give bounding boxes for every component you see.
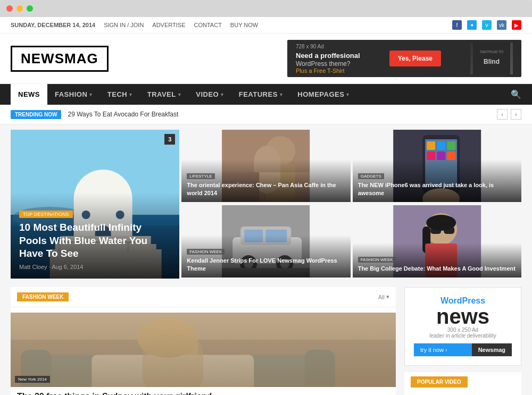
vimeo-icon[interactable]: v <box>482 20 492 30</box>
sidebar-ad: WordPress news 300 x 250 Ad leader in ar… <box>404 287 521 366</box>
browser-chrome <box>0 0 532 17</box>
svg-text:Blind: Blind <box>484 58 500 65</box>
small-overlay-2: Gadgets The NEW iPhone6 was arrived just… <box>353 159 521 202</box>
trending-bar: TRENDING NOW 29 Ways To Eat Avocado For … <box>0 105 532 124</box>
section-all-link[interactable]: All ▾ <box>378 293 389 300</box>
trending-badge: TRENDING NOW <box>11 110 61 119</box>
chevron-down-icon: ▾ <box>346 92 350 97</box>
svg-rect-49 <box>426 215 456 231</box>
small-overlay-4: Fashion week The Big College Debate: Wha… <box>353 243 521 278</box>
sidebar-ad-news: news <box>413 306 512 327</box>
youtube-icon[interactable]: ▶ <box>512 20 521 30</box>
nav-item-tech[interactable]: TECH ▾ <box>100 84 140 105</box>
small-title-2: The NEW iPhone6 was arrived just take a … <box>358 181 516 197</box>
header: NEWSMAG 728 x 90 Ad Need a proffesional … <box>0 33 532 84</box>
signin-link[interactable]: SIGN IN / JOIN <box>104 22 144 28</box>
minimize-dot[interactable] <box>16 5 23 12</box>
maximize-dot[interactable] <box>27 5 33 12</box>
nav-item-homepages[interactable]: HOMEPAGES ▾ <box>290 84 357 105</box>
ad-size: 728 x 90 Ad <box>296 44 360 49</box>
nav-item-news[interactable]: NEWS <box>11 84 47 105</box>
nav-item-video[interactable]: VIDEO ▾ <box>188 84 231 105</box>
svg-rect-56 <box>305 350 335 387</box>
close-dot[interactable] <box>6 5 13 12</box>
featured-meta: Matt Cloey · Aug 6, 2014 <box>19 264 171 270</box>
search-icon[interactable]: 🔍 <box>511 89 521 99</box>
section-row: FASHION WEEK All ▾ <box>11 287 521 395</box>
contact-link[interactable]: CONTACT <box>194 22 222 28</box>
twitter-icon[interactable]: ✦ <box>467 20 477 30</box>
svg-rect-58 <box>92 355 254 387</box>
fashion-section: FASHION WEEK All ▾ <box>11 287 396 395</box>
svg-point-59 <box>137 317 198 358</box>
nav-item-travel[interactable]: TRAVEL ▾ <box>140 84 189 105</box>
social-links: f ✦ v vk ▶ <box>452 20 521 30</box>
small-overlay-1: Lifestyle The oriental experience: Chew … <box>181 159 350 202</box>
sidebar-ad-btn: try it now › Newsmag <box>413 343 512 357</box>
featured-tag: Top destinations <box>19 211 73 218</box>
ad-cta-button[interactable]: Yes, Please <box>389 51 441 66</box>
featured-title: 10 Most Beautifull Infinity Pools With B… <box>19 221 171 260</box>
popular-video-title[interactable]: How to Make Perfect Caffe Macchiato (vid… <box>404 390 521 395</box>
chevron-down-icon: ▾ <box>89 92 93 97</box>
logo[interactable]: NEWSMAG <box>11 46 109 72</box>
facebook-icon[interactable]: f <box>452 20 462 30</box>
small-title-1: The oriental experience: Chew – Pan Asia… <box>187 181 345 197</box>
section-header: FASHION WEEK All ▾ <box>11 287 396 307</box>
ad-text: 728 x 90 Ad Need a proffesional WordPres… <box>296 44 360 74</box>
nav-items: NEWS FASHION ▾ TECH ▾ TRAVEL ▾ VIDEO ▾ <box>11 84 357 105</box>
svg-rect-31 <box>437 152 445 160</box>
chevron-down-icon: ▾ <box>280 92 283 97</box>
featured-small-4[interactable]: Fashion week The Big College Debate: Wha… <box>353 205 521 278</box>
try-it-now-button[interactable]: try it now › <box>414 343 472 356</box>
navigation: NEWS FASHION ▾ TECH ▾ TRAVEL ▾ VIDEO ▾ <box>0 84 532 105</box>
fashion-main-body: The 20 free things in Sydney with your g… <box>11 387 396 395</box>
svg-rect-52 <box>11 313 396 387</box>
small-tag-1: Lifestyle <box>187 173 214 179</box>
featured-small-3[interactable]: Fashion week Kendall Jenner Strips For L… <box>181 205 350 278</box>
featured-small-2[interactable]: Gadgets The NEW iPhone6 was arrived just… <box>353 130 521 202</box>
svg-rect-32 <box>447 152 455 160</box>
trending-prev-button[interactable]: ‹ <box>497 109 508 120</box>
fashion-main-article[interactable]: New York 2014 The 20 free things in Sydn… <box>11 313 396 395</box>
sidebar: WordPress news 300 x 250 Ad leader in ar… <box>404 287 521 395</box>
chevron-down-icon: ▾ <box>129 92 132 97</box>
browser-window: SUNDAY, DECEMBER 14, 2014 SIGN IN / JOIN… <box>0 0 532 395</box>
buynow-link[interactable]: BUY NOW <box>230 22 258 28</box>
website: SUNDAY, DECEMBER 14, 2014 SIGN IN / JOIN… <box>0 17 532 395</box>
trending-text: 29 Ways To Eat Avocado For Breakfast <box>68 111 491 118</box>
chevron-down-icon: ▾ <box>178 92 181 97</box>
featured-main-article[interactable]: Top destinations 10 Most Beautifull Infi… <box>11 130 179 279</box>
fashion-week-badge: FASHION WEEK <box>17 292 69 301</box>
fashion-main-title: The 20 free things in Sydney with your g… <box>17 391 389 395</box>
trending-nav: ‹ › <box>497 109 521 120</box>
ad-line2: WordPress theme? <box>296 60 360 68</box>
trending-next-button[interactable]: › <box>511 109 521 120</box>
featured-grid: Top destinations 10 Most Beautifull Infi… <box>11 130 521 279</box>
slide-number-badge: 3 <box>164 134 175 145</box>
date-label: SUNDAY, DECEMBER 14, 2014 <box>11 22 95 28</box>
svg-rect-60 <box>143 334 203 387</box>
svg-rect-27 <box>427 141 435 150</box>
vk-icon[interactable]: vk <box>497 20 506 30</box>
small-tag-2: Gadgets <box>358 173 384 179</box>
svg-rect-53 <box>11 340 396 387</box>
nav-item-features[interactable]: FEATURES ▾ <box>231 84 290 105</box>
small-overlay-3: Fashion week Kendall Jenner Strips For L… <box>181 235 350 278</box>
small-title-3: Kendall Jenner Strips For LOVE Newsmag W… <box>187 257 345 272</box>
popular-video-badge: POPULAR VIDEO <box>411 376 468 388</box>
small-title-4: The Big College Debate: What Makes A Goo… <box>358 265 516 272</box>
svg-rect-54 <box>31 355 335 387</box>
svg-rect-29 <box>447 141 455 150</box>
header-ad[interactable]: 728 x 90 Ad Need a proffesional WordPres… <box>287 40 521 77</box>
svg-text:TANTRUM TO: TANTRUM TO <box>479 50 504 54</box>
newsmag-button[interactable]: Newsmag <box>472 343 512 356</box>
sidebar-ad-sub: leader in article deliverability <box>413 333 512 339</box>
fashion-img-tag: New York 2014 <box>15 376 50 383</box>
advertise-link[interactable]: ADVERTISE <box>152 22 185 28</box>
top-bar-left: SUNDAY, DECEMBER 14, 2014 SIGN IN / JOIN… <box>11 22 258 28</box>
ad-tshirt-image: TANTRUM TO Blind <box>470 43 513 74</box>
nav-item-fashion[interactable]: FASHION ▾ <box>47 84 100 105</box>
chevron-down-icon: ▾ <box>386 293 389 300</box>
featured-small-1[interactable]: Lifestyle The oriental experience: Chew … <box>181 130 350 202</box>
